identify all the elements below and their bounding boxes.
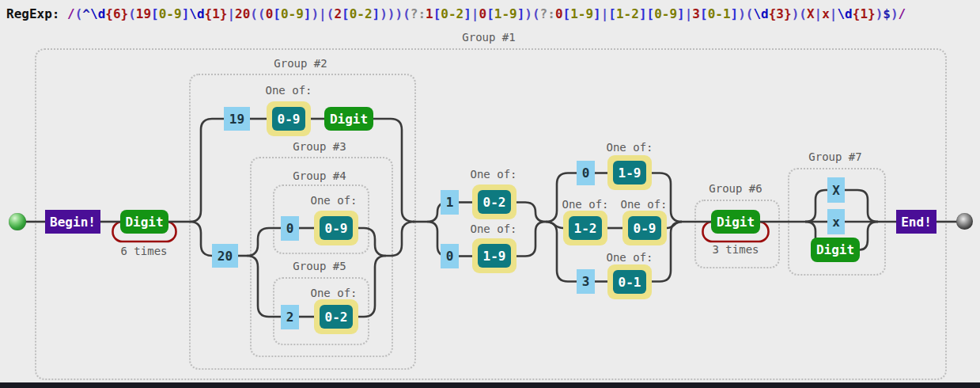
charclass-node-0-2-g5: 0-2: [314, 299, 358, 334]
digit-node-4: Digit: [811, 238, 860, 262]
group-7-label: Group #7: [808, 150, 861, 163]
charclass-range: 0-9: [320, 216, 353, 240]
charclass-range: 0-1: [613, 270, 646, 294]
literal-node-20: 20: [212, 244, 238, 268]
charclass-range: 0-9: [628, 216, 661, 240]
literal-node-X: X: [827, 177, 845, 203]
charclass-range: 1-2: [569, 216, 602, 240]
end-point: [956, 213, 973, 230]
group-2-label: Group #2: [274, 57, 327, 70]
end-node: End!: [896, 210, 936, 234]
literal-node-0-g4: 0: [281, 216, 299, 241]
charclass-node-0-9: 0-9: [267, 101, 311, 136]
charclass-node-1-2-day: 1-2: [563, 211, 607, 245]
charclass-range: 0-9: [272, 107, 305, 131]
literal-node-2-g5: 2: [281, 305, 299, 329]
one-of-label: One of:: [562, 198, 608, 211]
digit-node-1: Digit: [120, 210, 168, 234]
charclass-range: 0-2: [320, 305, 353, 329]
literal-node-1-month: 1: [441, 190, 459, 215]
charclass-node-0-1-day: 0-1: [607, 264, 652, 299]
group-6-label: Group #6: [709, 182, 762, 195]
literal-node-x: x: [827, 209, 845, 234]
literal-node-3-day: 3: [577, 269, 595, 294]
group-1-label: Group #1: [462, 31, 515, 44]
one-of-label: One of:: [606, 141, 653, 154]
charclass-range: 1-9: [613, 161, 646, 184]
begin-node: Begin!: [45, 210, 100, 234]
charclass-node-1-9-day: 1-9: [607, 155, 652, 190]
one-of-label: One of:: [310, 194, 357, 207]
literal-node-0-month: 0: [441, 244, 459, 268]
charclass-node-0-2-month: 0-2: [472, 184, 516, 219]
charclass-node-0-9-g4: 0-9: [314, 211, 358, 245]
one-of-label: One of:: [620, 198, 667, 211]
one-of-label: One of:: [310, 287, 357, 299]
repeat-label-6-times: 6 times: [120, 245, 167, 257]
digit-node-2: Digit: [324, 107, 373, 131]
charclass-node-0-9-day: 0-9: [622, 211, 667, 245]
one-of-label: One of:: [265, 84, 312, 97]
repeat-label-3-times: 3 times: [712, 243, 759, 256]
one-of-label: One of:: [606, 251, 653, 264]
charclass-node-1-9-month: 1-9: [472, 238, 516, 273]
literal-node-19: 19: [224, 107, 250, 131]
literal-node-0-day: 0: [577, 161, 595, 185]
start-point: [9, 213, 26, 230]
digit-node-3: Digit: [711, 210, 760, 234]
group-4-label: Group #4: [293, 169, 346, 182]
charclass-range: 0-2: [478, 190, 511, 214]
charclass-range: 1-9: [478, 244, 511, 268]
one-of-label: One of:: [470, 223, 516, 235]
group-5-label: Group #5: [293, 260, 346, 272]
one-of-label: One of:: [470, 168, 516, 181]
bottom-bar: [0, 382, 980, 388]
group-3-label: Group #3: [293, 140, 346, 153]
